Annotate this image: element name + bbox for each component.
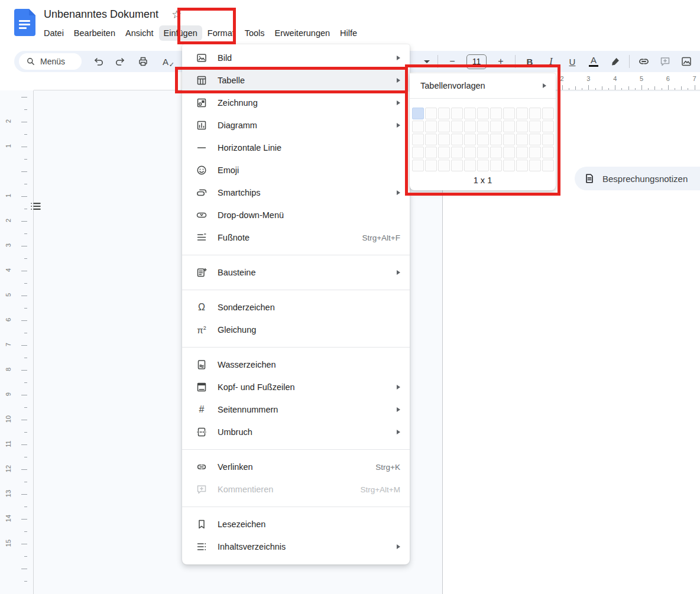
table-grid-cell[interactable] xyxy=(477,108,489,119)
table-grid-cell[interactable] xyxy=(529,134,541,145)
menubar-item-bearbeiten[interactable]: Bearbeiten xyxy=(69,25,120,41)
undo-icon[interactable] xyxy=(91,54,105,69)
table-grid-cell[interactable] xyxy=(438,160,450,171)
table-grid-cell[interactable] xyxy=(477,160,489,171)
table-grid-cell[interactable] xyxy=(542,147,554,158)
menubar-item-erweiterungen[interactable]: Erweiterungen xyxy=(270,25,335,41)
underline-button[interactable]: U xyxy=(565,54,579,69)
menu-item-lesezeichen[interactable]: Lesezeichen xyxy=(182,513,410,535)
menu-item-kopf-und-fu-zeilen[interactable]: Kopf- und Fußzeilen xyxy=(182,376,410,398)
table-grid-cell[interactable] xyxy=(425,108,437,119)
table-grid-cell[interactable] xyxy=(516,134,528,145)
document-title[interactable]: Unbenanntes Dokument xyxy=(44,8,158,21)
menubar-item-einf-gen[interactable]: Einfügen xyxy=(159,25,202,41)
table-grid-cell[interactable] xyxy=(425,121,437,132)
docs-logo[interactable] xyxy=(14,9,35,36)
menubar-item-tools[interactable]: Tools xyxy=(240,25,270,41)
table-grid-cell[interactable] xyxy=(425,160,437,171)
table-grid-cell[interactable] xyxy=(529,121,541,132)
document-outline-icon[interactable] xyxy=(27,198,44,215)
menu-item-verlinken[interactable]: VerlinkenStrg+K xyxy=(182,456,410,478)
star-icon[interactable]: ☆ xyxy=(171,9,182,20)
table-grid-cell[interactable] xyxy=(516,121,528,132)
table-grid-cell[interactable] xyxy=(477,121,489,132)
menu-item-tabellenvorlagen[interactable]: Tabellenvorlagen xyxy=(410,73,556,98)
table-grid-cell[interactable] xyxy=(503,147,515,158)
table-grid-cell[interactable] xyxy=(542,160,554,171)
menu-item-diagramm[interactable]: Diagramm xyxy=(182,114,410,137)
menu-item-bild[interactable]: Bild xyxy=(182,47,410,69)
table-grid-cell[interactable] xyxy=(412,160,424,171)
menubar-item-ansicht[interactable]: Ansicht xyxy=(121,25,158,41)
table-grid-cell[interactable] xyxy=(529,160,541,171)
table-grid-cell[interactable] xyxy=(490,147,502,158)
table-grid-cell[interactable] xyxy=(503,121,515,132)
table-grid-cell[interactable] xyxy=(412,134,424,145)
table-grid-cell[interactable] xyxy=(490,134,502,145)
meeting-notes-button[interactable]: Besprechungsnotizen xyxy=(575,167,700,190)
table-grid-cell[interactable] xyxy=(503,134,515,145)
table-grid-cell[interactable] xyxy=(464,121,476,132)
text-color-button[interactable]: A xyxy=(586,54,601,69)
menubar-item-hilfe[interactable]: Hilfe xyxy=(335,25,362,41)
table-grid-cell[interactable] xyxy=(438,134,450,145)
table-grid-cell[interactable] xyxy=(464,147,476,158)
table-grid-cell[interactable] xyxy=(464,108,476,119)
table-grid-cell[interactable] xyxy=(490,160,502,171)
print-icon[interactable] xyxy=(136,54,150,69)
table-grid-cell[interactable] xyxy=(425,147,437,158)
table-grid-cell[interactable] xyxy=(490,121,502,132)
menu-item-horizontale-linie[interactable]: Horizontale Linie xyxy=(182,137,410,159)
table-grid-cell[interactable] xyxy=(451,121,463,132)
menus-search-button[interactable]: Menüs xyxy=(19,53,82,70)
menu-item-drop-down-men[interactable]: Drop-down-Menü xyxy=(182,204,410,226)
menu-item-zeichnung[interactable]: Zeichnung xyxy=(182,92,410,114)
menubar-item-datei[interactable]: Datei xyxy=(39,25,69,41)
menu-item-seitennummern[interactable]: #Seitennummern xyxy=(182,398,410,421)
table-grid-cell[interactable] xyxy=(503,108,515,119)
table-grid-cell[interactable] xyxy=(438,147,450,158)
highlight-color-icon[interactable] xyxy=(608,54,622,69)
table-grid-cell[interactable] xyxy=(425,134,437,145)
bold-button[interactable]: B xyxy=(523,54,537,69)
table-grid-cell[interactable] xyxy=(477,134,489,145)
increase-font-button[interactable]: + xyxy=(494,54,508,69)
table-grid-cell[interactable] xyxy=(542,108,554,119)
menu-item-bausteine[interactable]: Bausteine xyxy=(182,261,410,284)
vertical-ruler[interactable]: 21123456789101112131415 xyxy=(0,90,34,594)
table-grid-cell[interactable] xyxy=(438,121,450,132)
table-grid-cell[interactable] xyxy=(542,134,554,145)
decrease-font-button[interactable]: − xyxy=(445,54,459,69)
menu-item-gleichung[interactable]: π2Gleichung xyxy=(182,319,410,341)
insert-image-icon[interactable] xyxy=(679,54,693,69)
italic-button[interactable]: I xyxy=(544,54,558,69)
menu-item-kommentieren[interactable]: KommentierenStrg+Alt+M xyxy=(182,478,410,501)
menu-item-wasserzeichen[interactable]: Wasserzeichen xyxy=(182,353,410,376)
table-grid-cell[interactable] xyxy=(412,121,424,132)
add-comment-icon[interactable] xyxy=(658,54,672,69)
table-grid-cell[interactable] xyxy=(516,108,528,119)
table-grid-cell[interactable] xyxy=(412,108,424,119)
table-grid-cell[interactable] xyxy=(516,160,528,171)
table-grid-cell[interactable] xyxy=(451,160,463,171)
redo-icon[interactable] xyxy=(114,54,128,69)
table-grid-cell[interactable] xyxy=(477,147,489,158)
menu-item-umbruch[interactable]: Umbruch xyxy=(182,421,410,443)
table-grid-cell[interactable] xyxy=(542,121,554,132)
spellcheck-icon[interactable]: A ✓ xyxy=(158,54,173,69)
table-grid-cell[interactable] xyxy=(529,147,541,158)
menu-item-inhaltsverzeichnis[interactable]: Inhaltsverzeichnis xyxy=(182,535,410,558)
table-grid-cell[interactable] xyxy=(529,108,541,119)
table-grid-cell[interactable] xyxy=(464,160,476,171)
menu-item-smartchips[interactable]: Smartchips xyxy=(182,181,410,204)
table-grid-cell[interactable] xyxy=(438,108,450,119)
table-grid-cell[interactable] xyxy=(412,147,424,158)
font-size-input[interactable]: 11 xyxy=(466,54,487,69)
menu-item-tabelle[interactable]: Tabelle xyxy=(182,69,410,92)
menubar-item-format[interactable]: Format xyxy=(203,25,239,41)
table-grid-cell[interactable] xyxy=(464,134,476,145)
zoom-caret-icon[interactable] xyxy=(423,54,430,69)
menu-item-fu-note[interactable]: FußnoteStrg+Alt+F xyxy=(182,226,410,249)
table-grid-cell[interactable] xyxy=(503,160,515,171)
table-grid-cell[interactable] xyxy=(490,108,502,119)
